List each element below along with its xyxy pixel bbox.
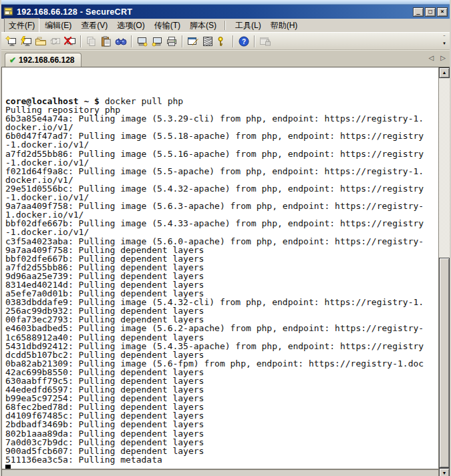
terminal-bottom-edge: [2, 469, 438, 476]
ssh-key-icon[interactable]: [215, 34, 230, 48]
terminal-line: 9d96aa25e739: Pulling dependent layers: [5, 272, 437, 280]
paste-icon[interactable]: [99, 34, 114, 48]
disconnect-icon[interactable]: [63, 34, 78, 48]
terminal-line: f021d64f9a8c: Pulling image (5.5-apache)…: [5, 167, 437, 176]
connect-folder-icon[interactable]: [33, 34, 48, 48]
scroll-down-icon[interactable]: ▼: [439, 468, 450, 476]
session-tab[interactable]: ✔ 192.168.66.128: [5, 53, 82, 67]
terminal-line: 900ad5fcb607: Pulling dependent layers: [5, 447, 437, 455]
terminal-line: -1.docker.io/v1/: [5, 228, 437, 236]
global-options-icon[interactable]: [200, 34, 215, 48]
terminal-line: 9a7aa409f758: Pulling dependent layers: [5, 246, 437, 254]
menu-file[interactable]: 文件(F): [4, 18, 39, 33]
terminal-line: 7a0d03c7b9dc: Pulling dependent layers: [5, 438, 437, 447]
toolbar-separator: [233, 35, 234, 47]
scroll-up-icon[interactable]: ▲: [439, 67, 450, 78]
copy-icon: [84, 34, 99, 48]
terminal-line: 2bdbadf3469b: Pulling dependent layers: [5, 420, 437, 429]
terminal-line: -1.docker.io/v1/: [5, 140, 437, 149]
toolbar-separator: [182, 35, 183, 47]
terminal-line: -1.docker.io/v1/: [5, 158, 437, 167]
tab-scroll-right-icon[interactable]: ▷: [440, 54, 446, 61]
connected-check-icon: ✔: [9, 57, 16, 63]
menu-view[interactable]: 查看(V): [77, 19, 112, 33]
print-icon[interactable]: [164, 34, 179, 48]
terminal-output-lines: Pulling repository php6b3a85e4a74a: Pull…: [5, 105, 437, 464]
terminal-line: 5431dbd92412: Pulling image (5.4.35-apac…: [5, 342, 437, 350]
find-icon[interactable]: [114, 34, 128, 48]
terminal-line: 0ba82ab21309: Pulling image (5.6-fpm) fr…: [5, 359, 437, 368]
new-session-icon[interactable]: [4, 34, 19, 48]
maximize-button[interactable]: □: [425, 7, 436, 17]
terminal-line: 802b1aaa89da: Pulling dependent layers: [5, 429, 437, 438]
terminal-line: 511136ea3c5a: Pulling metadata: [5, 455, 437, 464]
tab-bar: ✔ 192.168.66.128 ◁ ▷: [1, 50, 450, 67]
window-frame-top: [1, 0, 450, 5]
help-icon[interactable]: ?: [237, 34, 251, 48]
close-button[interactable]: ×: [437, 7, 448, 17]
svg-text:?: ?: [242, 37, 246, 45]
title-bar[interactable]: 192.168.66.128 - SecureCRT _ □ ×: [1, 5, 450, 19]
send-file-icon[interactable]: [135, 34, 150, 48]
menu-edit[interactable]: 编辑(E): [41, 19, 76, 33]
app-icon: [3, 7, 14, 17]
reconnect-icon: [48, 34, 63, 48]
menu-script[interactable]: 脚本(S): [186, 19, 220, 33]
terminal-line: e4603badbed5: Pulling image (5.6.2-apach…: [5, 324, 437, 332]
terminal-line: a7fd2d55bb86: Pulling image (5.5.16-apac…: [5, 150, 437, 158]
terminal-line: 1c6588912a40: Pulling dependent layers: [5, 333, 437, 342]
terminal-line: a7fd2d55bb86: Pulling dependent layers: [5, 263, 437, 272]
menu-help[interactable]: 帮助(H): [267, 19, 302, 33]
securecrt-window: 192.168.66.128 - SecureCRT _ □ × 文件(F) 编…: [0, 0, 451, 476]
session-tab-label: 192.168.66.128: [19, 55, 74, 65]
toolbar-overflow-button[interactable]: ‾▾: [440, 35, 448, 47]
toolbar: ? ‾▾: [1, 32, 450, 50]
terminal-area[interactable]: core@localhost ~ $ docker pull php Pulli…: [1, 67, 450, 476]
terminal-line: bbf02dfe667b: Pulling dependent layers: [5, 254, 437, 263]
menu-transfer[interactable]: 传输(T): [150, 19, 184, 33]
menu-options[interactable]: 选项(O): [113, 19, 148, 33]
lock-session-icon: [258, 34, 273, 48]
terminal-cursor-line: [5, 464, 437, 469]
terminal-line: docker.io/v1/: [5, 176, 437, 184]
menu-tools[interactable]: 工具(L): [231, 19, 265, 33]
terminal-line: dcdd5b107bc2: Pulling dependent layers: [5, 350, 437, 359]
menu-bar: 文件(F) 编辑(E) 查看(V) 选项(O) 传输(T) 脚本(S) 工具(L…: [1, 19, 450, 32]
toolbar-separator: [131, 35, 132, 47]
toolbar-separator: [80, 35, 82, 47]
terminal-screen[interactable]: core@localhost ~ $ docker pull php Pulli…: [2, 67, 438, 469]
quick-connect-icon[interactable]: [19, 34, 33, 48]
session-options-icon[interactable]: [186, 34, 200, 48]
vertical-scrollbar[interactable]: ▲ ▼: [438, 67, 450, 476]
toolbar-separator: [254, 35, 255, 47]
tab-scroll-left-icon[interactable]: ◁: [429, 54, 434, 61]
menu-separator: [224, 21, 226, 30]
terminal-line: c3f5a4023aba: Pulling image (5.6.0-apach…: [5, 237, 437, 246]
window-title: 192.168.66.128 - SecureCRT: [17, 7, 413, 17]
minimize-button[interactable]: _: [413, 7, 424, 17]
scrollbar-thumb[interactable]: [439, 258, 450, 468]
receive-file-icon[interactable]: [150, 34, 164, 48]
